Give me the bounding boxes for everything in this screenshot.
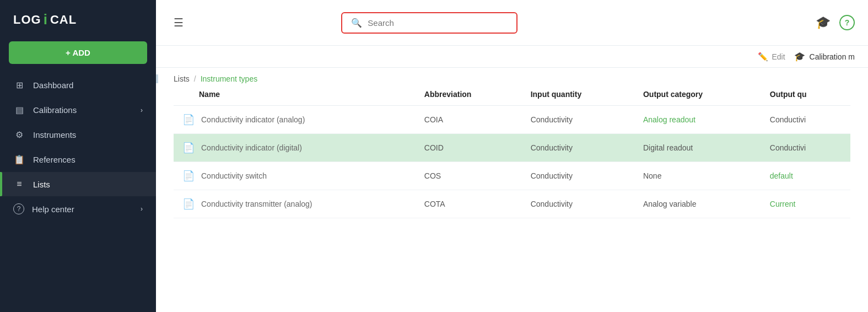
instrument-type-name: Conductivity indicator (digital)	[201, 143, 302, 152]
col-header-output-quantity: Output qu	[761, 83, 850, 106]
cell-abbreviation: COID	[416, 134, 522, 162]
cell-output-category[interactable]: Analog readout	[634, 106, 761, 134]
sidebar-item-label: References	[33, 155, 76, 164]
chevron-right-icon: ›	[141, 106, 143, 114]
sidebar-item-instruments[interactable]: ⚙ Instruments	[0, 122, 156, 147]
help-center-icon: ?	[13, 203, 24, 214]
sidebar-item-label: Lists	[33, 180, 50, 189]
breadcrumb-current: Instrument types	[201, 74, 258, 83]
cell-name: 📄 Conductivity indicator (digital)	[174, 134, 416, 162]
calibration-button[interactable]: 🎓 Calibration m	[794, 51, 855, 62]
breadcrumb: Lists / Instrument types	[156, 74, 868, 83]
dashboard-icon: ⊞	[13, 80, 25, 90]
action-bar: ✏️ Edit 🎓 Calibration m	[156, 46, 868, 68]
chevron-right-icon: ›	[141, 205, 143, 213]
instruments-icon: ⚙	[13, 130, 25, 140]
help-icon[interactable]: ?	[839, 15, 855, 30]
calibrations-icon: ▤	[13, 105, 25, 115]
col-header-output-category: Output category	[634, 83, 761, 106]
breadcrumb-separator: /	[194, 74, 196, 83]
col-header-abbreviation: Abbreviation	[416, 83, 522, 106]
sidebar-item-references[interactable]: 📋 References	[0, 147, 156, 172]
sidebar-item-label: Dashboard	[33, 80, 73, 90]
sidebar-item-label: Calibrations	[33, 105, 77, 115]
cell-input-quantity: Conductivity	[522, 190, 634, 218]
col-header-name: Name	[174, 83, 416, 106]
cell-output-category: Digital readout	[634, 134, 761, 162]
add-button[interactable]: + ADD	[9, 41, 147, 64]
search-icon: 🔍	[351, 18, 362, 28]
cell-name: 📄 Conductivity switch	[174, 162, 416, 190]
content-area: Lists / Instrument types Name Abbreviati…	[156, 68, 868, 312]
sidebar-item-help-center[interactable]: ? Help center ›	[0, 196, 156, 222]
calibration-label: Calibration m	[810, 52, 855, 61]
sidebar-item-label: Help center	[32, 205, 74, 214]
topbar: ☰ 🔍 🎓 ?	[156, 0, 868, 46]
graduate-icon[interactable]: 🎓	[816, 15, 831, 30]
main-content: ☰ 🔍 🎓 ? ✏️ Edit 🎓 Calibration m Lists / …	[156, 0, 868, 312]
instrument-type-icon: 📄	[182, 170, 196, 182]
table-row[interactable]: 📄 Conductivity indicator (analog) COIACo…	[174, 106, 850, 134]
cell-output-quantity[interactable]: default	[761, 162, 850, 190]
logo: LOGiCAL	[0, 0, 156, 37]
search-container: 🔍	[341, 12, 517, 34]
cell-output-quantity: Conductivi	[761, 134, 850, 162]
sidebar-item-lists[interactable]: ≡ Lists	[0, 172, 156, 196]
references-icon: 📋	[13, 154, 25, 165]
search-input[interactable]	[368, 18, 508, 28]
edit-pencil-icon: ✏️	[758, 52, 768, 62]
instrument-type-name: Conductivity switch	[201, 171, 267, 180]
cell-output-quantity: Conductivi	[761, 106, 850, 134]
cell-abbreviation: COS	[416, 162, 522, 190]
col-header-input-quantity: Input quantity	[522, 83, 634, 106]
menu-icon[interactable]: ☰	[169, 12, 188, 34]
cell-name: 📄 Conductivity transmitter (analog)	[174, 190, 416, 218]
instrument-type-icon: 📄	[182, 114, 196, 126]
cell-abbreviation: COIA	[416, 106, 522, 134]
instrument-type-name: Conductivity transmitter (analog)	[201, 200, 312, 208]
breadcrumb-parent[interactable]: Lists	[174, 74, 190, 83]
topbar-right: 🎓 ?	[816, 15, 855, 30]
edit-button[interactable]: ✏️ Edit	[758, 52, 785, 62]
cell-abbreviation: COTA	[416, 190, 522, 218]
sidebar: LOGiCAL + ADD ⊞ Dashboard ▤ Calibrations…	[0, 0, 156, 312]
cell-input-quantity: Conductivity	[522, 134, 634, 162]
instrument-types-table: Name Abbreviation Input quantity Output …	[156, 83, 868, 218]
table-row[interactable]: 📄 Conductivity transmitter (analog) COTA…	[174, 190, 850, 218]
calibration-hat-icon: 🎓	[794, 51, 805, 62]
cell-name: 📄 Conductivity indicator (analog)	[174, 106, 416, 133]
edit-label: Edit	[772, 52, 785, 61]
table-row[interactable]: 📄 Conductivity indicator (digital) COIDC…	[174, 134, 850, 162]
cell-input-quantity: Conductivity	[522, 106, 634, 134]
cell-output-category: None	[634, 162, 761, 190]
sidebar-item-calibrations[interactable]: ▤ Calibrations ›	[0, 98, 156, 122]
instrument-type-icon: 📄	[182, 198, 196, 210]
instrument-type-name: Conductivity indicator (analog)	[201, 115, 305, 124]
cell-output-quantity[interactable]: Current	[761, 190, 850, 218]
sidebar-item-dashboard[interactable]: ⊞ Dashboard	[0, 73, 156, 98]
logo-text: LOG	[13, 13, 41, 27]
lists-icon: ≡	[13, 179, 25, 189]
cell-input-quantity: Conductivity	[522, 162, 634, 190]
table-row[interactable]: 📄 Conductivity switch COSConductivityNon…	[174, 162, 850, 190]
sidebar-item-label: Instruments	[33, 130, 76, 139]
cell-output-category: Analog variable	[634, 190, 761, 218]
instrument-type-icon: 📄	[182, 142, 196, 154]
